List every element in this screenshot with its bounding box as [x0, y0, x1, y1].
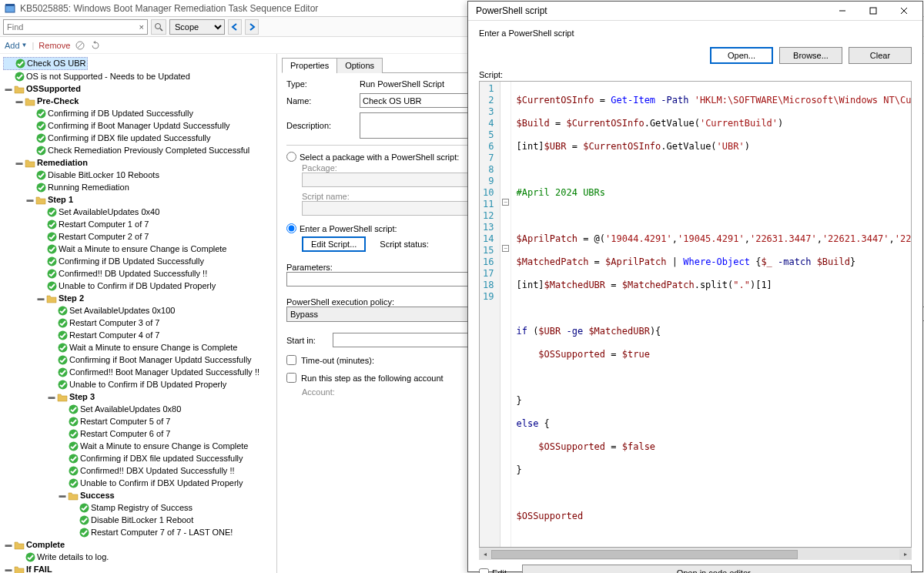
- runas-checkbox[interactable]: [286, 373, 296, 383]
- tree-group[interactable]: ▬Complete: [3, 539, 66, 551]
- browse-button[interactable]: Browse...: [779, 47, 842, 64]
- window-title: KB5025885: Windows Boot Manager Remediat…: [20, 3, 318, 14]
- line-gutter: 12345678910111213141516171819: [480, 82, 500, 547]
- scope-select[interactable]: Scope: [169, 19, 225, 35]
- dialog-title: PowerShell script: [476, 5, 547, 16]
- radio-enter-script[interactable]: [286, 223, 296, 233]
- disable-step-icon[interactable]: [75, 40, 85, 51]
- tree-group[interactable]: ▬Pre-Check: [14, 96, 80, 107]
- tree-item[interactable]: ▸Check OS UBR: [3, 57, 88, 70]
- tree-item[interactable]: ▸Set AvailableUpdates 0x100: [46, 305, 176, 317]
- tree-item[interactable]: ▸Disable BitLocker 10 Reboots: [25, 169, 161, 181]
- svg-point-2: [156, 23, 161, 28]
- open-in-code-editor-button[interactable]: Open in code editor...: [522, 565, 912, 573]
- maximize-icon[interactable]: [858, 2, 889, 20]
- script-editor[interactable]: 12345678910111213141516171819 − − $Curre…: [479, 81, 912, 548]
- svg-rect-1: [5, 4, 15, 6]
- tree-item[interactable]: ▸Unable to Confirm if DB Updated Properl…: [35, 280, 217, 292]
- find-input[interactable]: [7, 22, 122, 32]
- edit-checkbox-label[interactable]: Edit: [479, 568, 507, 574]
- add-button[interactable]: Add ▼: [5, 41, 28, 50]
- tree-item[interactable]: ▸Set AvailableUpdates 0x40: [35, 206, 161, 218]
- tree-group[interactable]: ▬Remediation: [14, 157, 89, 169]
- tree-item[interactable]: ▸Confirming if DBX file updated Successf…: [57, 453, 245, 464]
- tree-item[interactable]: ▸Unable to Confirm if DBX Updated Proper…: [57, 478, 245, 489]
- code-text[interactable]: $CurrentOSInfo = Get-Item -Path 'HKLM:\S…: [511, 82, 911, 547]
- runas-label: Run this step as the following account: [301, 374, 444, 383]
- tab-properties[interactable]: Properties: [282, 58, 337, 73]
- refresh-icon[interactable]: [90, 40, 101, 51]
- tree-item[interactable]: ▸Restart Computer 6 of 7: [57, 428, 172, 440]
- dialog-instruction: Enter a PowerShell script: [479, 28, 912, 38]
- svg-line-3: [160, 28, 162, 31]
- fold-column: − −: [500, 82, 511, 547]
- tree-item[interactable]: ▸Confirming if DB Updated Successfully: [25, 108, 195, 119]
- description-label: Description:: [286, 121, 360, 130]
- tree-group[interactable]: ▬OSSupported: [3, 83, 82, 95]
- remove-button[interactable]: Remove: [38, 41, 70, 50]
- horizontal-scrollbar[interactable]: ◂ ▸: [479, 548, 912, 560]
- tree-item[interactable]: ▸Restart Computer 4 of 7: [46, 330, 161, 341]
- script-label: Script:: [479, 70, 912, 79]
- tree-group[interactable]: ▬Step 1: [25, 194, 75, 206]
- scroll-left-icon[interactable]: ◂: [479, 549, 491, 560]
- account-label: Account:: [302, 387, 335, 397]
- find-input-container[interactable]: ×: [3, 19, 148, 35]
- clear-find-icon[interactable]: ×: [139, 22, 144, 32]
- find-prev-icon[interactable]: [228, 19, 242, 35]
- startin-label: Start in:: [286, 336, 333, 345]
- tree-item[interactable]: ▸Write details to log.: [14, 551, 110, 563]
- tree-item[interactable]: ▸Confirmed!! Boot Manager Updated Succes…: [46, 367, 261, 378]
- app-icon: [5, 3, 15, 14]
- tree-item[interactable]: ▸Restart Computer 2 of 7: [35, 231, 150, 243]
- timeout-checkbox[interactable]: [286, 355, 296, 365]
- tree-item[interactable]: ▸Set AvailableUpdates 0x80: [57, 404, 182, 415]
- tree-item[interactable]: ▸Restart Computer 3 of 7: [46, 317, 161, 329]
- tree-item[interactable]: ▸Confirming if DBX file updated Successf…: [25, 132, 213, 144]
- scroll-right-icon[interactable]: ▸: [899, 549, 912, 560]
- tree-item[interactable]: ▸Confirmed!! DB Updated Successfully !!: [35, 268, 209, 280]
- svg-line-5: [78, 43, 82, 48]
- tree-item[interactable]: ▸Disable BitLocker 1 Reboot: [68, 514, 195, 526]
- type-label: Type:: [286, 79, 360, 89]
- tree-group[interactable]: ▬Step 2: [35, 293, 85, 304]
- tree-item[interactable]: ▸Confirmed!! DBX Updated Successfully !!: [57, 465, 236, 477]
- tree-item[interactable]: ▸Unable to Confirm if DB Updated Properl…: [46, 379, 228, 390]
- script-status-label: Script status:: [380, 240, 429, 249]
- tree-item[interactable]: ▸Stamp Registry of Success: [68, 502, 194, 514]
- tree-item[interactable]: ▸Wait a Minute to ensure Change is Compl…: [57, 441, 249, 452]
- powershell-script-dialog: PowerShell script Enter a PowerShell scr…: [467, 1, 923, 572]
- edit-checkbox[interactable]: [479, 568, 489, 574]
- task-sequence-tree[interactable]: ▸Check OS UBR ▸OS is not Supported - Nee…: [0, 54, 277, 573]
- open-button[interactable]: Open...: [710, 47, 773, 64]
- tree-item[interactable]: ▸Restart Computer 7 of 7 - LAST ONE!: [68, 527, 234, 538]
- tree-item[interactable]: ▸Confirming if Boot Manager Updatd Succe…: [46, 354, 253, 366]
- tree-item[interactable]: ▸Running Remediation: [25, 182, 131, 193]
- tree-item[interactable]: ▸Wait a Minute to ensure Change is Compl…: [46, 342, 239, 354]
- tab-options[interactable]: Options: [336, 58, 383, 73]
- close-icon[interactable]: [889, 2, 919, 20]
- tree-item[interactable]: ▸Wait a Minute to ensure Change is Compl…: [35, 243, 228, 255]
- radio-package[interactable]: [286, 152, 296, 162]
- minimize-icon[interactable]: [827, 2, 858, 20]
- tree-item[interactable]: ▸Confirming if DB Updated Successfully: [35, 256, 206, 267]
- tree-item[interactable]: ▸OS is not Supported - Needs to be Updat…: [3, 71, 192, 82]
- clear-button[interactable]: Clear: [849, 47, 912, 64]
- tree-item[interactable]: ▸Restart Computer 1 of 7: [35, 219, 150, 230]
- tree-group[interactable]: ▬If FAIL: [3, 564, 54, 573]
- timeout-label: Time-out (minutes):: [301, 356, 374, 365]
- search-icon[interactable]: [151, 19, 166, 35]
- tree-item[interactable]: ▸Restart Computer 5 of 7: [57, 416, 172, 427]
- tree-item[interactable]: ▸Confirming if Boot Manager Updatd Succe…: [25, 120, 232, 132]
- find-next-icon[interactable]: [245, 19, 259, 35]
- tree-item[interactable]: ▸Check Remediation Previously Completed …: [25, 145, 251, 156]
- svg-rect-48: [870, 8, 876, 14]
- svg-rect-0: [5, 5, 15, 12]
- edit-script-button[interactable]: Edit Script...: [302, 236, 366, 252]
- tree-group[interactable]: ▬Step 3: [46, 391, 96, 403]
- name-label: Name:: [286, 96, 360, 106]
- tree-group[interactable]: ▬Success: [57, 490, 116, 501]
